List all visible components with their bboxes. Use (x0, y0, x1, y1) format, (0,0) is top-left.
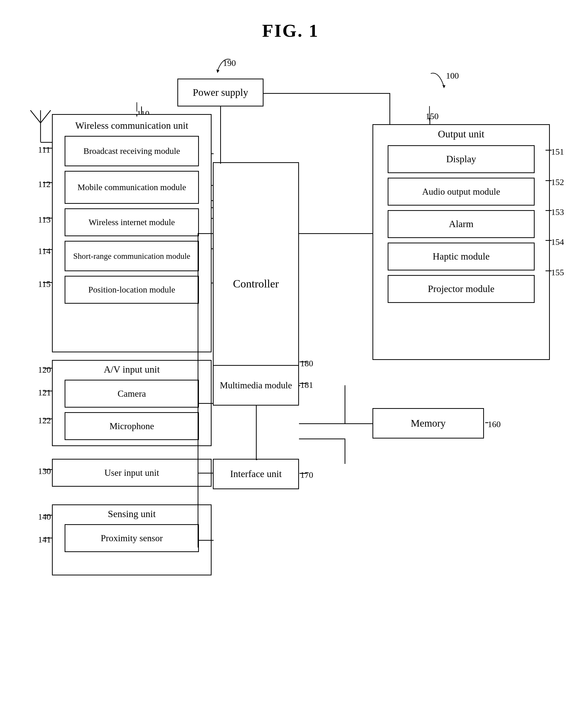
wireless-comm-outer: Wireless communication unit Broadcast re… (52, 114, 212, 352)
ref-112: 112 (38, 179, 51, 189)
av-input-label: 120 (38, 365, 51, 375)
ref-150-arrow (409, 104, 450, 127)
broadcast-box: Broadcast receiving module (64, 136, 199, 166)
ref-110-arrow (116, 100, 157, 123)
haptic-box: Haptic module (388, 242, 535, 270)
ref-155: 155 (551, 268, 564, 277)
ref-130: 130 (38, 466, 51, 476)
output-title: Output unit (373, 128, 549, 141)
ref-121: 121 (38, 388, 51, 397)
short-range-box: Short-range communication module (64, 241, 199, 271)
wireless-internet-box: Wireless internet module (64, 208, 199, 236)
ref-152: 152 (551, 177, 564, 187)
svg-marker-7 (429, 118, 430, 121)
svg-line-1 (30, 110, 41, 123)
audio-output-box: Audio output module (388, 178, 535, 206)
ref-180: 180 (300, 359, 313, 368)
multimedia-box: Multimedia module (213, 365, 299, 406)
user-input-box: User input unit (52, 459, 212, 487)
ref-153: 153 (551, 207, 564, 217)
ref-115: 115 (38, 279, 51, 289)
svg-marker-4 (216, 70, 219, 73)
alarm-box: Alarm (388, 210, 535, 238)
ref-151: 151 (551, 147, 564, 157)
ref-181: 181 (300, 380, 313, 390)
projector-box: Projector module (388, 275, 535, 303)
ref-170: 170 (300, 470, 313, 480)
microphone-box: Microphone (64, 412, 199, 440)
memory-box: Memory (372, 408, 484, 439)
sensing-outer: Sensing unit Proximity sensor (52, 504, 212, 575)
mobile-comm-box: Mobile communication module (64, 171, 199, 204)
ref-160: 160 (488, 419, 501, 429)
ref-122: 122 (38, 416, 51, 425)
position-box: Position-location module (64, 276, 199, 304)
av-input-outer: A/V input unit Camera Microphone (52, 360, 212, 446)
antenna-icon (29, 103, 52, 143)
svg-line-2 (41, 110, 51, 123)
sensing-title: Sensing unit (53, 508, 211, 520)
ref-140: 140 (38, 512, 51, 522)
proximity-box: Proximity sensor (64, 524, 199, 552)
ref-154: 154 (551, 237, 564, 247)
page-title: FIG. 1 (0, 0, 581, 41)
interface-box: Interface unit (213, 459, 299, 489)
ref-190-arrow (197, 56, 248, 85)
display-box: Display (388, 145, 535, 173)
av-input-title: A/V input unit (53, 363, 211, 376)
diagram: 190 100 Power supply 110 Wireless commun… (15, 56, 573, 720)
ref-111: 111 (38, 145, 50, 155)
ref-113: 113 (38, 215, 51, 225)
ref-114: 114 (38, 246, 51, 256)
ref-100-arrow (411, 70, 461, 100)
svg-marker-6 (136, 114, 138, 118)
ref-141: 141 (38, 535, 51, 544)
svg-marker-5 (442, 85, 445, 88)
output-outer: Output unit Display Audio output module … (372, 124, 550, 360)
camera-box: Camera (64, 380, 199, 408)
